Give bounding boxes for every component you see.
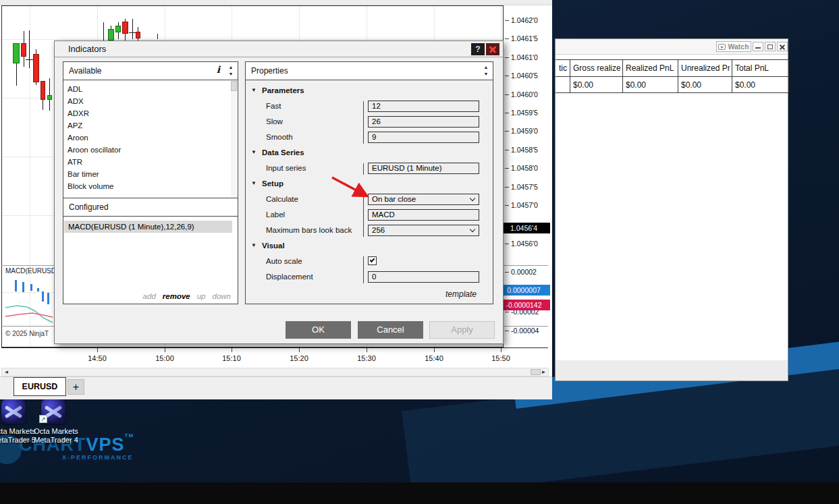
available-scrollbar[interactable]: [231, 81, 237, 211]
time-tick-label: 15:40: [425, 354, 443, 362]
candle-body-up: [47, 95, 52, 100]
candle-body-down: [40, 81, 45, 100]
available-header-label: Available: [69, 66, 101, 76]
dropdown-calculate[interactable]: On bar close: [368, 194, 479, 205]
pnl-window-footer: [556, 360, 788, 381]
time-tick-mark: [367, 348, 367, 352]
time-tick-mark: [165, 348, 165, 352]
field-displacement[interactable]: 0: [368, 271, 479, 283]
price-tick-label: 1.0461'0: [511, 53, 538, 61]
available-item-adl[interactable]: ADL: [67, 83, 82, 95]
scroll-left-arrow[interactable]: ◄: [2, 368, 11, 376]
time-tick-mark: [501, 348, 502, 352]
cell-value: $0.00: [681, 80, 701, 90]
ok-button[interactable]: OK: [286, 321, 351, 339]
chart-tab-row: EURUSD +: [0, 376, 552, 399]
field-smooth[interactable]: 9: [368, 132, 479, 143]
available-item-block-volume[interactable]: Block volume: [67, 180, 113, 192]
cell-value: $0.00: [573, 80, 593, 90]
properties-scroll-arrows[interactable]: ▲▼: [481, 63, 491, 79]
add-link[interactable]: add: [143, 292, 156, 300]
column-header-tic[interactable]: tic: [559, 63, 568, 73]
section-title-visual[interactable]: Visual: [262, 242, 285, 250]
table-line: [732, 59, 732, 92]
pnl-table-body: ticGross realized$0.00Realized PnL$0.00U…: [556, 55, 788, 360]
checkbox-auto-scale[interactable]: [368, 256, 377, 265]
collapse-triangle-icon[interactable]: ▼: [251, 149, 256, 155]
signal-value-tag: -0.0000142: [497, 300, 550, 310]
collapse-triangle-icon[interactable]: ▼: [251, 180, 256, 186]
taskbar: Type here to search N ENG: [0, 482, 839, 504]
add-tab-button[interactable]: +: [67, 379, 84, 395]
template-link[interactable]: template: [445, 289, 477, 299]
candle-wick: [49, 78, 50, 111]
available-item-apz[interactable]: APZ: [67, 119, 82, 132]
column-header-gross-realized[interactable]: Gross realized: [573, 63, 620, 73]
brand-tm: TM: [125, 432, 134, 439]
configured-header: Configured: [63, 198, 238, 217]
available-item-aroon-oscillator[interactable]: Aroon oscillator: [67, 144, 121, 156]
gridline-vertical: [30, 6, 30, 347]
icon-label-line: MetaTrader 4: [26, 436, 86, 445]
time-axis[interactable]: 14:5015:0015:1015:2015:3015:4015:50: [1, 347, 548, 368]
info-icon[interactable]: i: [217, 64, 220, 75]
column-header-realized-pnl[interactable]: Realized PnL: [626, 63, 676, 73]
properties-header: Properties ▲▼: [246, 62, 493, 80]
column-header-unrealized-pr[interactable]: Unrealized Pr: [681, 63, 730, 73]
collapse-triangle-icon[interactable]: ▼: [251, 87, 256, 93]
time-tick-label: 15:30: [357, 354, 376, 362]
time-tick-label: 15:20: [290, 354, 308, 362]
macd-histogram-bar: [37, 288, 39, 291]
close-window-button[interactable]: [777, 42, 788, 51]
candle-body-down: [122, 22, 128, 34]
dialog-titlebar[interactable]: Indicators ?: [55, 41, 503, 57]
property-label-displacement: Displacement: [266, 273, 313, 281]
dropdown-maximum-bars-look-back[interactable]: 256: [368, 225, 479, 236]
property-label-smooth: Smooth: [266, 133, 293, 141]
apply-button[interactable]: Apply: [429, 321, 495, 339]
field-input-series[interactable]: EURUSD (1 Minute): [368, 163, 479, 174]
configured-list: Configured MACD(EURUSD (1 Minute),12,26,…: [63, 198, 238, 304]
tab-eurusd[interactable]: EURUSD: [13, 377, 66, 396]
available-item-aroon[interactable]: Aroon: [67, 132, 88, 144]
help-button[interactable]: ?: [471, 43, 485, 55]
section-title-parameters[interactable]: Parameters: [262, 86, 304, 94]
table-line: [570, 59, 570, 92]
configured-item-macd[interactable]: MACD(EURUSD (1 Minute),12,26,9): [64, 221, 232, 233]
pnl-titlebar[interactable]: Watch: [556, 39, 788, 55]
pnl-window: Watch ticGross realized$0.00Realized PnL…: [555, 38, 788, 381]
shortcut-arrow-icon: ↗: [39, 415, 47, 423]
candle-body-down: [21, 43, 26, 57]
price-axis[interactable]: 1.0462'01.0461'51.0461'01.0460'51.0460'0…: [504, 5, 552, 347]
price-tick-label: 1.0456'0: [511, 240, 538, 248]
section-title-data-series[interactable]: Data Series: [262, 148, 304, 157]
scrollbar-thumb[interactable]: [231, 81, 237, 91]
price-tick-label: 1.0458'5: [511, 146, 538, 154]
up-link[interactable]: up: [197, 292, 206, 300]
desktop-icon-metatrader5[interactable]: [1, 399, 26, 424]
scroll-right-arrow[interactable]: ►: [539, 368, 548, 376]
dialog-close-button[interactable]: [486, 43, 499, 55]
down-link[interactable]: down: [213, 292, 232, 300]
available-item-adxr[interactable]: ADXR: [67, 107, 89, 119]
collapse-triangle-icon[interactable]: ▼: [251, 242, 256, 248]
watch-button[interactable]: Watch: [716, 41, 751, 52]
column-header-total-pnl[interactable]: Total PnL: [735, 63, 786, 73]
field-label[interactable]: MACD: [368, 209, 479, 221]
section-title-setup[interactable]: Setup: [262, 179, 283, 188]
field-slow[interactable]: 26: [368, 116, 479, 128]
remove-link[interactable]: remove: [163, 292, 190, 300]
field-fast[interactable]: 12: [368, 101, 479, 112]
field-separator-line: [363, 163, 364, 175]
minimize-button[interactable]: [753, 42, 763, 51]
cancel-button[interactable]: Cancel: [358, 321, 423, 339]
candle-body-down: [136, 32, 140, 38]
time-tick-mark: [434, 348, 435, 352]
available-item-atr[interactable]: ATR: [67, 156, 82, 168]
price-tick-label: 1.0459'0: [511, 127, 538, 135]
maximize-button[interactable]: [765, 42, 776, 51]
available-scroll-arrows[interactable]: ▲▼: [225, 63, 236, 79]
available-item-bar-timer[interactable]: Bar timer: [67, 168, 99, 180]
horizontal-scrollbar[interactable]: ◄ ►: [1, 368, 549, 376]
available-item-adx[interactable]: ADX: [67, 95, 84, 107]
